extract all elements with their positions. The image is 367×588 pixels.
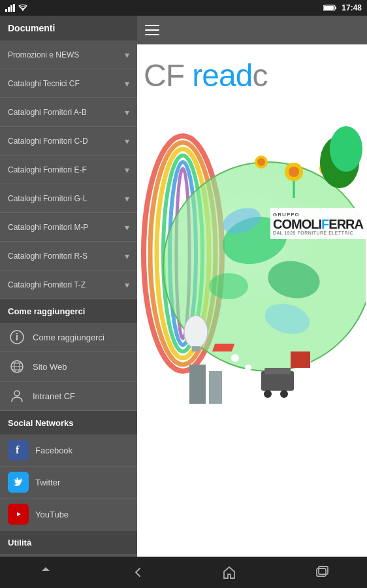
sidebar-promozioni-label: Promozioni e NEWS	[8, 50, 125, 59]
hamburger-line-2	[145, 29, 159, 31]
svg-text:i: i	[16, 332, 18, 342]
twitter-label: Twitter	[35, 478, 60, 487]
sidebar-item-twitter[interactable]: Twitter	[0, 466, 137, 498]
person-icon	[8, 387, 26, 405]
sidebar-item-come-raggiungerci[interactable]: i Come raggiungerci	[0, 323, 137, 352]
sidebar-item-promozioni[interactable]: Promozioni e NEWS ▾	[0, 41, 137, 69]
wifi-icon	[18, 4, 27, 12]
sidebar-cataloghi-tecnici-label: Cataloghi Tecnici CF	[8, 79, 125, 88]
time-display: 17:48	[342, 3, 362, 12]
chevron-icon-cataloghi-tecnici: ▾	[125, 78, 129, 89]
sidebar-item-fornitori-gl[interactable]: Cataloghi Fornitori G-L ▾	[0, 184, 137, 213]
svg-rect-1	[8, 7, 10, 12]
sidebar-item-cataloghi-tecnici[interactable]: Cataloghi Tecnici CF ▾	[0, 69, 137, 98]
youtube-label: YouTube	[35, 510, 69, 519]
nav-recents-icon	[313, 564, 329, 580]
sidebar-documenti-header: Documenti	[0, 16, 137, 41]
sidebar-item-fornitori-ab[interactable]: Cataloghi Fornitori A-B ▾	[0, 98, 137, 127]
twitter-icon	[8, 472, 29, 493]
youtube-icon	[8, 504, 29, 525]
svg-point-45	[330, 126, 362, 172]
svg-rect-0	[5, 9, 7, 12]
nav-menu-icon	[38, 564, 54, 580]
facebook-label: Facebook	[35, 446, 72, 455]
nav-recents-button[interactable]	[302, 559, 341, 585]
intranet-label: Intranet CF	[33, 391, 75, 401]
status-left-icons	[5, 4, 27, 12]
svg-point-41	[257, 158, 265, 166]
hamburger-line-1	[145, 25, 159, 26]
logo-main: COMOLIFERRA	[273, 218, 363, 231]
content-toolbar	[137, 16, 367, 44]
svg-point-34	[209, 273, 248, 299]
status-right-icons: 17:48	[323, 3, 362, 12]
sidebar-item-fornitori-rs[interactable]: Cataloghi Fornitori R-S ▾	[0, 242, 137, 270]
signal-icon	[5, 4, 16, 12]
sito-web-label: Sito Web	[33, 362, 67, 372]
sidebar-item-facebook[interactable]: f Facebook	[0, 434, 137, 466]
social-networks-header-label: Social Networks	[8, 418, 73, 428]
chevron-icon-tz: ▾	[125, 280, 129, 290]
utilita-header-label: Utilità	[8, 538, 31, 547]
status-bar: 17:48	[0, 0, 367, 16]
section-social-networks-header: Social Networks	[0, 411, 137, 434]
chevron-icon-mp: ▾	[125, 222, 129, 233]
sidebar-item-youtube[interactable]: YouTube	[0, 498, 137, 531]
come-raggiungerci-label: Come raggiungerci	[33, 333, 104, 342]
sidebar-fornitori-mp-label: Cataloghi Fornitori M-P	[8, 223, 125, 232]
sidebar: Documenti Promozioni e NEWS ▾ Cataloghi …	[0, 16, 137, 557]
svg-rect-6	[335, 7, 336, 9]
sidebar-item-fornitori-ef[interactable]: Cataloghi Fornitori E-F ▾	[0, 155, 137, 184]
nav-home-icon	[221, 564, 237, 580]
section-come-raggiungerci-header: Come raggiungerci	[0, 299, 137, 323]
chevron-icon-cd: ▾	[125, 136, 129, 146]
nav-back-button[interactable]	[26, 559, 65, 585]
svg-point-52	[184, 316, 208, 348]
facebook-icon: f	[8, 440, 29, 461]
svg-point-47	[245, 365, 251, 371]
svg-rect-54	[189, 365, 206, 404]
chevron-icon-gl: ▾	[125, 193, 129, 204]
logo-sub: DAL 1929 FORNITURE ELETTRIC	[273, 231, 363, 235]
section-utilita-header: Utilità	[0, 531, 137, 554]
chevron-icon-rs: ▾	[125, 251, 129, 261]
nav-home-button[interactable]	[210, 559, 249, 585]
info-icon: i	[8, 328, 26, 346]
svg-rect-51	[212, 344, 234, 351]
svg-point-58	[264, 390, 272, 398]
svg-point-46	[231, 354, 239, 362]
sidebar-fornitori-gl-label: Cataloghi Fornitori G-L	[8, 194, 125, 203]
nav-back-icon	[130, 564, 146, 580]
chevron-icon-ab: ▾	[125, 107, 129, 118]
chevron-icon-promozioni: ▾	[125, 50, 129, 60]
svg-rect-7	[324, 6, 334, 10]
svg-rect-57	[264, 368, 291, 374]
sidebar-item-intranet[interactable]: Intranet CF	[0, 382, 137, 411]
sidebar-item-fornitori-tz[interactable]: Cataloghi Fornitori T-Z ▾	[0, 270, 137, 299]
comoli-ferrari-logo: GRUPPO COMOLIFERRA DAL 1929 FORNITURE EL…	[270, 208, 366, 239]
hamburger-button[interactable]	[145, 21, 163, 39]
svg-rect-53	[192, 346, 200, 351]
sidebar-item-fornitori-mp[interactable]: Cataloghi Fornitori M-P ▾	[0, 213, 137, 242]
svg-rect-3	[13, 4, 15, 12]
sidebar-fornitori-tz-label: Cataloghi Fornitori T-Z	[8, 280, 125, 289]
svg-point-15	[14, 391, 20, 396]
globe-icon	[8, 357, 26, 376]
sidebar-item-sito-web[interactable]: Sito Web	[0, 352, 137, 382]
svg-rect-2	[10, 5, 12, 12]
sidebar-fornitori-rs-label: Cataloghi Fornitori R-S	[8, 252, 125, 261]
content-body: CF readc	[137, 44, 367, 557]
sidebar-fornitori-ab-label: Cataloghi Fornitori A-B	[8, 108, 125, 117]
sidebar-header-label: Documenti	[8, 23, 55, 33]
nav-back-arrow-button[interactable]	[118, 559, 157, 585]
globe-illustration	[137, 84, 366, 410]
svg-point-38	[289, 167, 299, 177]
chevron-icon-ef: ▾	[125, 165, 129, 175]
svg-text:f: f	[16, 444, 20, 455]
sidebar-fornitori-ef-label: Cataloghi Fornitori E-F	[8, 165, 125, 174]
sidebar-item-fornitori-cd[interactable]: Cataloghi Fornitori C-D ▾	[0, 127, 137, 155]
svg-point-4	[22, 10, 24, 11]
battery-icon	[323, 4, 338, 12]
sidebar-fornitori-cd-label: Cataloghi Fornitori C-D	[8, 137, 125, 146]
come-raggiungerci-header-label: Come raggiungerci	[8, 306, 85, 316]
